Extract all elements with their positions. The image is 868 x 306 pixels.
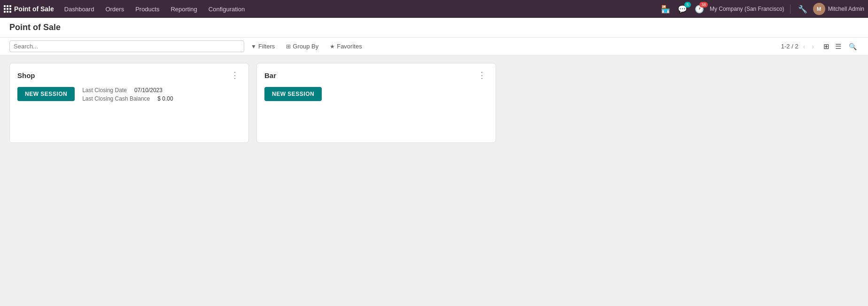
shop-cash-balance-label: Last Closing Cash Balance bbox=[82, 95, 150, 102]
nav-configuration[interactable]: Configuration bbox=[204, 4, 249, 15]
kanban-view-button[interactable]: ⊞ bbox=[822, 41, 831, 52]
shop-card-title: Shop bbox=[17, 71, 35, 79]
favorites-button[interactable]: ★ Favorites bbox=[325, 41, 366, 52]
clock-badge: 38 bbox=[699, 2, 708, 8]
shop-cash-balance-value: $ 0.00 bbox=[157, 95, 173, 102]
page-header: Point of Sale bbox=[0, 18, 868, 38]
pagination-text: 1-2 / 2 bbox=[781, 43, 798, 50]
main-content: Shop ⋮ NEW SESSION Last Closing Date 07/… bbox=[0, 55, 868, 150]
topnav: Point of Sale Dashboard Orders Products … bbox=[0, 0, 868, 18]
layers-icon: ⊞ bbox=[286, 43, 291, 50]
bar-card-body: NEW SESSION bbox=[264, 87, 488, 101]
next-page-button[interactable]: › bbox=[810, 42, 816, 51]
clock-icon[interactable]: 🕐 38 bbox=[693, 4, 706, 15]
shop-card-body: NEW SESSION Last Closing Date 07/10/2023… bbox=[17, 87, 241, 102]
avatar: M bbox=[813, 3, 825, 15]
pagination: 1-2 / 2 ‹ › bbox=[781, 42, 816, 51]
view-toggle: ⊞ ☰ bbox=[822, 41, 843, 52]
toolbar-controls: ▼ Filters ⊞ Group By ★ Favorites 1-2 / 2… bbox=[9, 40, 859, 52]
nav-right: 🏪 💬 5 🕐 38 My Company (San Francisco) 🔧 … bbox=[659, 3, 864, 15]
nav-products[interactable]: Products bbox=[131, 4, 164, 15]
nav-separator bbox=[790, 4, 790, 14]
chat-icon[interactable]: 💬 5 bbox=[676, 4, 689, 15]
bar-new-session-button[interactable]: NEW SESSION bbox=[264, 87, 322, 101]
prev-page-button[interactable]: ‹ bbox=[801, 42, 807, 51]
shop-card: Shop ⋮ NEW SESSION Last Closing Date 07/… bbox=[9, 63, 249, 143]
filter-icon: ▼ bbox=[251, 43, 256, 50]
groupby-button[interactable]: ⊞ Group By bbox=[281, 41, 323, 52]
wrench-icon[interactable]: 🔧 bbox=[796, 4, 809, 15]
chat-badge: 5 bbox=[684, 2, 691, 8]
store-icon[interactable]: 🏪 bbox=[659, 4, 672, 15]
shop-card-header: Shop ⋮ bbox=[17, 71, 241, 79]
nav-dashboard[interactable]: Dashboard bbox=[60, 4, 99, 15]
shop-closing-date-value: 07/10/2023 bbox=[134, 87, 163, 94]
star-icon: ★ bbox=[330, 43, 335, 50]
shop-cash-balance-row: Last Closing Cash Balance $ 0.00 bbox=[82, 95, 173, 102]
search-icon-button[interactable]: 🔍 bbox=[847, 42, 859, 51]
bar-card-menu-button[interactable]: ⋮ bbox=[476, 71, 488, 79]
nav-orders[interactable]: Orders bbox=[101, 4, 129, 15]
toolbar: ▼ Filters ⊞ Group By ★ Favorites 1-2 / 2… bbox=[0, 38, 868, 55]
filters-button[interactable]: ▼ Filters bbox=[246, 41, 279, 52]
bar-card: Bar ⋮ NEW SESSION bbox=[256, 63, 496, 143]
app-name: Point of Sale bbox=[14, 5, 54, 13]
grid-icon bbox=[4, 5, 11, 13]
page-title: Point of Sale bbox=[9, 23, 61, 32]
shop-new-session-button[interactable]: NEW SESSION bbox=[17, 87, 75, 101]
company-name[interactable]: My Company (San Francisco) bbox=[710, 6, 784, 12]
user-menu[interactable]: M Mitchell Admin bbox=[813, 3, 864, 15]
bar-card-title: Bar bbox=[264, 71, 276, 79]
nav-logo[interactable]: Point of Sale bbox=[4, 5, 54, 13]
nav-reporting[interactable]: Reporting bbox=[166, 4, 202, 15]
shop-closing-date-label: Last Closing Date bbox=[82, 87, 127, 94]
search-input[interactable] bbox=[9, 40, 244, 52]
shop-card-details: Last Closing Date 07/10/2023 Last Closin… bbox=[82, 87, 173, 102]
bar-card-header: Bar ⋮ bbox=[264, 71, 488, 79]
shop-card-menu-button[interactable]: ⋮ bbox=[229, 71, 241, 79]
user-name: Mitchell Admin bbox=[828, 6, 864, 12]
shop-closing-date-row: Last Closing Date 07/10/2023 bbox=[82, 87, 173, 94]
list-view-button[interactable]: ☰ bbox=[833, 41, 843, 52]
